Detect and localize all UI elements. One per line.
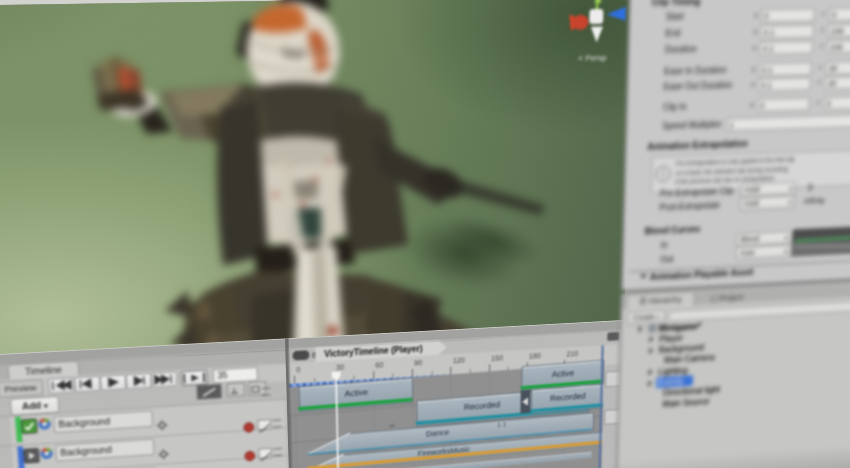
svg-text:< Persp: < Persp [578, 52, 607, 63]
